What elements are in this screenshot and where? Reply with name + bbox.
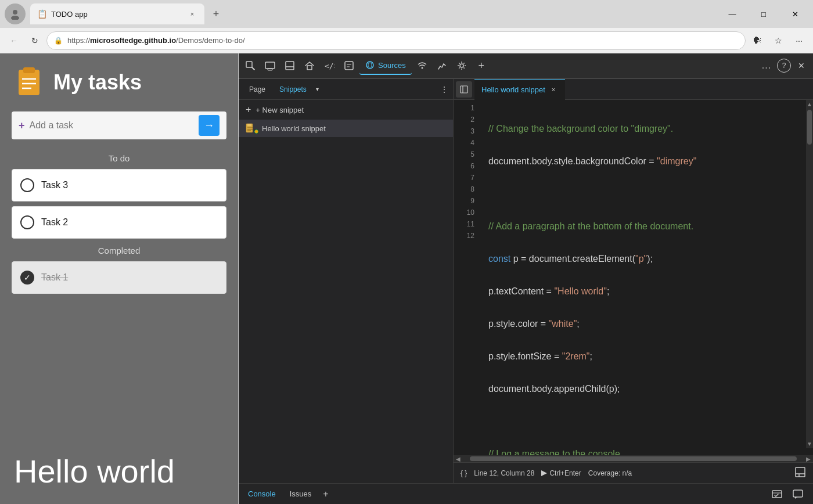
svg-rect-31 (772, 491, 782, 498)
scroll-down-button[interactable]: ▼ (805, 440, 813, 448)
drawer-button[interactable] (280, 56, 299, 75)
task-item-task2[interactable]: Task 2 (12, 206, 226, 239)
hscroll-thumb[interactable] (470, 456, 797, 461)
back-button[interactable]: ← (5, 31, 23, 50)
bottom-right-actions (769, 486, 806, 502)
snippets-tab[interactable]: Snippets (274, 81, 312, 98)
code-line-2: document.body.style.backgroundColor = "d… (488, 156, 804, 167)
address-bar[interactable]: 🔒 https://microsoftedge.github.io/Demos/… (46, 31, 746, 50)
sources-tab-button[interactable]: Sources (359, 56, 412, 75)
refresh-button[interactable]: ↻ (26, 31, 44, 50)
read-aloud-button[interactable]: 🗣 (748, 31, 767, 50)
todo-app-icon (14, 67, 44, 98)
minimize-button[interactable]: — (719, 5, 746, 23)
editor-tab-bar: Hello world snippet × (454, 79, 813, 100)
tab-close-button[interactable]: × (187, 9, 197, 19)
profile-avatar[interactable] (5, 3, 26, 24)
issues-bottom-tab[interactable]: Issues (287, 484, 314, 505)
task-text-task1: Task 1 (41, 272, 68, 283)
page-tab[interactable]: Page (243, 81, 271, 98)
scroll-up-button[interactable]: ▲ (805, 100, 813, 109)
editor-sidebar-toggle[interactable] (456, 81, 472, 98)
settings-button[interactable] (452, 56, 471, 75)
new-tab-button[interactable]: + (207, 5, 225, 23)
new-snippet-plus-icon: + (246, 105, 251, 115)
cursor-position: Line 12, Column 28 (474, 469, 534, 477)
svg-rect-26 (461, 86, 467, 93)
svg-rect-28 (796, 467, 805, 477)
editor-tab-close-button[interactable]: × (549, 85, 558, 94)
browser-tab[interactable]: 📋 TODO app × (30, 3, 204, 24)
task-item-task3[interactable]: Task 3 (12, 169, 226, 201)
svg-text:</>: </> (325, 62, 334, 70)
tabs-arrow-icon[interactable]: ▾ (316, 86, 319, 92)
dock-button[interactable] (794, 466, 806, 480)
url-bold-part: microsoftedge.github.io (90, 36, 176, 45)
new-snippet-button[interactable]: + + New snippet (239, 100, 453, 120)
hscroll-right-button[interactable]: ▶ (806, 456, 811, 462)
network-conditions-button[interactable] (413, 56, 431, 75)
device-emulation-button[interactable] (261, 56, 279, 75)
code-lines[interactable]: // Change the background color to "dimgr… (479, 100, 813, 455)
task-item-task1[interactable]: ✓ Task 1 (12, 261, 226, 294)
check-icon: ✓ (24, 273, 31, 282)
add-panel-button[interactable]: + (472, 56, 491, 75)
nav-bar: ← ↻ 🔒 https://microsoftedge.github.io/De… (0, 28, 813, 53)
more-button[interactable]: ··· (790, 31, 808, 50)
favorites-button[interactable]: ☆ (769, 31, 787, 50)
vertical-scrollbar[interactable]: ▲ ▼ (806, 100, 813, 448)
horizontal-scrollbar[interactable]: ◀ ▶ (454, 455, 813, 462)
console-tab-button[interactable] (340, 56, 358, 75)
maximize-button[interactable]: □ (750, 5, 777, 23)
devtools-bottom-bar: Console Issues + (239, 483, 813, 504)
close-button[interactable]: ✕ (782, 5, 808, 23)
completed-section-label: Completed (0, 246, 238, 255)
task-checkbox-task2[interactable] (20, 215, 34, 229)
svg-rect-13 (307, 66, 312, 70)
performance-button[interactable] (433, 56, 451, 75)
main-area: My tasks + → To do Task 3 Task 2 Complet… (0, 53, 813, 504)
create-issue-button[interactable] (769, 486, 785, 502)
elements-tab-button[interactable]: </> (320, 56, 339, 75)
format-button[interactable]: { } (461, 469, 467, 477)
lock-icon: 🔒 (54, 37, 63, 45)
window-controls: — □ ✕ (719, 5, 808, 23)
add-task-plus-icon: + (19, 120, 25, 132)
snippet-file-icon (246, 123, 257, 134)
run-snippet-button[interactable]: Ctrl+Enter (541, 469, 581, 477)
help-button[interactable]: ? (777, 59, 791, 73)
console-bottom-tab[interactable]: Console (246, 484, 278, 505)
sources-content: Page Snippets ▾ ⋮ + + New snippet (239, 79, 813, 483)
code-line-9: document.body.appendChild(p); (488, 383, 804, 395)
run-shortcut-label: Ctrl+Enter (549, 469, 581, 477)
add-tab-button[interactable]: + (323, 489, 328, 499)
feedback-button[interactable] (790, 486, 806, 502)
task-text-task2: Task 2 (41, 217, 68, 228)
svg-rect-7 (246, 62, 252, 67)
svg-line-8 (252, 67, 254, 70)
scroll-thumb[interactable] (807, 110, 812, 145)
coverage-label: Coverage: n/a (588, 469, 632, 477)
code-line-10 (488, 416, 804, 427)
add-task-arrow-icon: → (204, 120, 214, 132)
devtools-toolbar: </> Sources + (239, 53, 813, 79)
task-checkbox-task3[interactable] (20, 178, 34, 192)
sidebar-more-icon[interactable]: ⋮ (440, 85, 448, 94)
new-snippet-label: + New snippet (256, 106, 304, 114)
task-checkbox-task1[interactable]: ✓ (20, 271, 34, 285)
devtools-close-button[interactable]: ✕ (792, 56, 811, 75)
hscroll-left-button[interactable]: ◀ (456, 456, 461, 462)
snippet-item-hello-world[interactable]: Hello world snippet (239, 120, 453, 137)
more-tools-button[interactable]: ... (757, 56, 776, 75)
add-task-button[interactable]: → (199, 115, 220, 136)
svg-point-19 (421, 67, 423, 69)
editor-file-tab[interactable]: Hello world snippet × (474, 79, 565, 100)
code-scroll-area[interactable]: 1 2 3 4 5 6 7 8 9 10 11 12 (454, 100, 813, 455)
inspect-element-button[interactable] (241, 56, 260, 75)
svg-rect-3 (23, 67, 35, 73)
svg-rect-2 (19, 70, 39, 95)
add-task-input[interactable] (30, 120, 199, 131)
injected-hello-world: Hello world (0, 438, 238, 504)
code-line-6: p.textContent = "Hello world"; (488, 286, 804, 297)
home-button[interactable] (300, 56, 319, 75)
